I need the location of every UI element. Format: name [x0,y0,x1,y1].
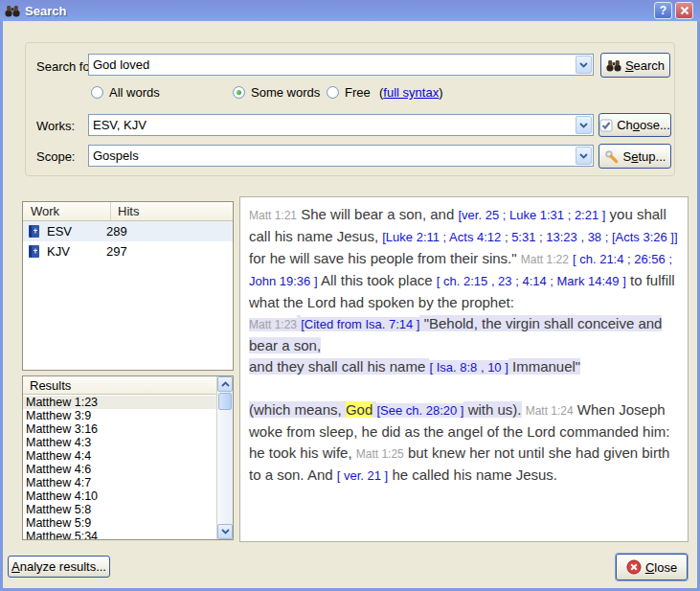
verse-text: (which means, [249,401,346,418]
close-red-icon [626,559,642,575]
result-item[interactable]: Matthew 3:9 [23,409,216,422]
hits-table-row[interactable]: KJV297 [23,241,233,261]
checkmark-icon [599,119,613,132]
dropdown-button[interactable] [576,116,592,134]
wrench-icon [604,149,620,164]
verse-reference: Matt 1:22 [521,253,569,266]
hit-count: 297 [106,244,127,259]
result-item[interactable]: Matthew 1:23 [23,396,216,409]
analyze-button-label: Analyze results... [11,559,106,574]
works-combobox[interactable]: ESV, KJV [88,114,594,136]
verse-text: for he will save his people from their s… [249,250,521,266]
result-item[interactable]: Matthew 4:4 [23,449,216,463]
hits-table-body: ESV289KJV297 [23,221,233,261]
hits-table: Work Hits ESV289KJV297 [22,201,234,371]
result-item[interactable]: Matthew 5:34 [23,530,216,539]
cross-reference-link[interactable]: [ver. 25 ; Luke 1:31 ; 2:21 ] [458,208,605,222]
radio-some-words-label: Some words [251,85,320,100]
cross-reference-link[interactable]: [See ch. 28:20 ] [376,403,463,418]
choose-button-label: Choose... [617,118,670,132]
hits-table-header[interactable]: Work Hits [23,202,233,221]
result-item[interactable]: Matthew 5:9 [23,516,216,530]
chevron-down-icon [579,153,588,159]
results-list: Results Matthew 1:23Matthew 3:9Matthew 3… [22,375,234,540]
verse-text: All this took place [318,272,437,288]
verse-text: Immanuel" [508,358,580,375]
hit-count: 289 [106,224,127,239]
column-work[interactable]: Work [23,202,111,220]
dropdown-button[interactable] [576,147,592,165]
column-hits[interactable]: Hits [111,204,139,218]
result-item[interactable]: Matthew 3:16 [23,422,216,436]
work-name: ESV [47,224,106,239]
radio-all-words-label: All words [109,85,160,100]
search-for-value[interactable]: God loved [89,57,575,72]
verse-reference: Matt 1:24 [526,404,574,418]
scrollbar-track[interactable] [217,411,233,524]
analyze-results-button[interactable]: Analyze results... [8,556,110,578]
full-syntax-link[interactable]: full syntax [383,85,439,100]
search-dialog: Search ? Search for: God loved Search Al… [0,0,700,591]
result-item[interactable]: Matthew 5:8 [23,503,216,516]
works-label: Works: [36,119,75,133]
window-title: Search [25,4,66,18]
search-for-combobox[interactable]: God loved [88,54,594,76]
verse-text: with us). [463,401,521,418]
result-item[interactable]: Matthew 4:10 [23,489,216,503]
scope-label: Scope: [36,149,75,164]
verse-reference: Matt 1:25 [356,447,404,461]
radio-icon[interactable] [91,86,103,99]
results-scrollbar[interactable] [216,376,233,539]
cross-reference-link[interactable]: [ ch. 2:15 , 23 ; 4:14 ; Mark 14:49 ] [437,274,626,288]
dialog-body: Search for: God loved Search All words S… [3,21,697,588]
works-value[interactable]: ESV, KJV [89,118,575,132]
full-syntax: (full syntax) [379,85,443,100]
chevron-up-icon [221,381,230,387]
radio-icon[interactable] [327,86,339,99]
book-icon [28,244,40,259]
cross-reference-link[interactable]: [ Isa. 8:8 , 10 ] [429,360,508,375]
chevron-down-icon [579,123,588,128]
radio-some-words[interactable]: Some words [233,84,320,100]
verse-reference: Matt 1:23 [249,318,297,331]
scroll-up-button[interactable] [217,376,233,392]
chevron-down-icon [579,62,588,68]
result-item[interactable]: Matthew 4:6 [23,463,216,476]
scope-value[interactable]: Gospels [89,148,575,163]
scroll-down-button[interactable] [217,524,233,539]
scope-combobox[interactable]: Gospels [88,145,594,167]
work-name: KJV [47,244,106,259]
cross-reference-link[interactable]: [Luke 2:11 ; Acts 4:12 ; 5:31 ; 13:23 , … [382,230,677,244]
result-item[interactable]: Matthew 4:7 [23,476,216,489]
verse-text: She will bear a son, and [297,206,458,222]
binoculars-icon [606,59,621,72]
book-icon [28,224,40,239]
result-item[interactable]: Matthew 4:3 [23,436,216,449]
binoculars-icon [5,5,20,17]
close-button[interactable]: Close [616,554,688,580]
results-header: Results [23,376,216,395]
close-icon [680,6,689,15]
search-button[interactable]: Search [600,53,670,78]
titlebar[interactable]: Search ? [0,0,700,21]
scrollbar-thumb[interactable] [218,393,232,410]
radio-free[interactable]: Free [327,84,371,100]
verse-reference: Matt 1:21 [249,209,297,222]
cross-reference-link[interactable]: [Cited from Isa. 7:14 ] [301,317,419,331]
cross-reference-link[interactable]: [ ver. 21 ] [337,468,388,483]
search-hit-word: God [346,401,373,418]
setup-scope-button[interactable]: Setup... [598,144,671,169]
chevron-down-icon [221,529,230,534]
dropdown-button[interactable] [576,56,592,74]
results-items: Matthew 1:23Matthew 3:9Matthew 3:16Matth… [23,396,216,539]
hits-table-row[interactable]: ESV289 [23,221,233,241]
verse-text: he called his name Jesus. [388,466,557,483]
close-button-label: Close [645,560,677,575]
help-button[interactable]: ? [654,2,672,19]
radio-icon[interactable] [233,86,245,99]
setup-button-label: Setup... [623,149,666,164]
verse-preview-pane[interactable]: Matt 1:21 She will bear a son, and [ver.… [239,196,689,542]
window-close-button[interactable] [675,2,693,19]
radio-all-words[interactable]: All words [91,84,160,100]
choose-works-button[interactable]: Choose... [598,113,671,137]
